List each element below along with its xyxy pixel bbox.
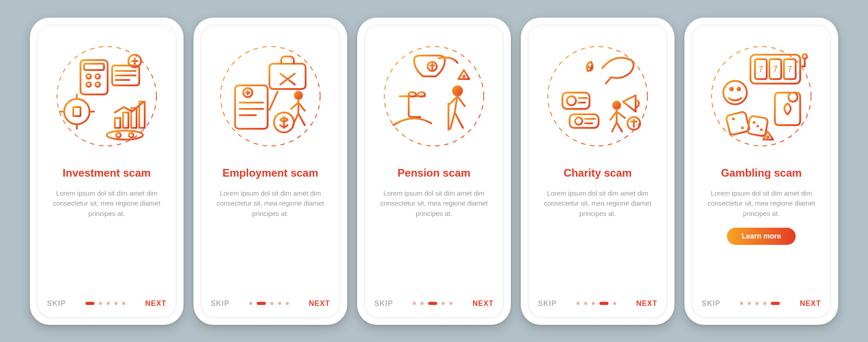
phone-charity: Charity scam Lorem ipsum dol sit dim ame… bbox=[521, 18, 675, 325]
svg-point-16 bbox=[116, 133, 121, 137]
next-button[interactable]: NEXT bbox=[309, 300, 330, 308]
dot bbox=[592, 302, 595, 305]
svg-point-52 bbox=[732, 117, 735, 120]
screen-description: Lorem ipsum dol sit dim amet dim consect… bbox=[374, 188, 494, 219]
svg-point-32 bbox=[567, 96, 576, 105]
svg-text:7: 7 bbox=[773, 65, 778, 74]
screen-description: Lorem ipsum dol sit dim amet dim consect… bbox=[702, 188, 821, 219]
skip-button[interactable]: SKIP bbox=[538, 300, 557, 308]
learn-more-button[interactable]: Learn more bbox=[727, 228, 795, 245]
dot bbox=[99, 302, 102, 305]
svg-point-28 bbox=[418, 92, 425, 97]
svg-point-56 bbox=[760, 128, 763, 131]
nav-row: SKIP NEXT bbox=[47, 300, 166, 308]
page-indicator bbox=[413, 302, 453, 305]
svg-rect-19 bbox=[269, 64, 306, 89]
page-indicator bbox=[249, 302, 289, 305]
screen-title: Charity scam bbox=[564, 167, 632, 179]
screen-description: Lorem ipsum dol sit dim amet dim consect… bbox=[211, 188, 330, 219]
next-button[interactable]: NEXT bbox=[472, 300, 494, 308]
dot bbox=[278, 302, 281, 305]
dot bbox=[413, 302, 416, 305]
dot bbox=[442, 302, 445, 305]
dot bbox=[122, 302, 125, 305]
dot bbox=[748, 302, 751, 305]
employment-scam-icon bbox=[216, 42, 325, 150]
svg-point-48 bbox=[736, 87, 741, 91]
svg-text:7: 7 bbox=[788, 65, 792, 74]
pension-scam-icon bbox=[380, 42, 488, 150]
screen-title: Investment scam bbox=[63, 167, 151, 179]
screen-description: Lorem ipsum dol sit dim amet dim consect… bbox=[538, 188, 657, 219]
screen-title: Gambling scam bbox=[721, 167, 802, 179]
svg-point-17 bbox=[129, 133, 133, 137]
gambling-scam-icon: 7 7 7 bbox=[707, 42, 816, 150]
screen-description: Lorem ipsum dol sit dim amet dim consect… bbox=[47, 188, 166, 219]
skip-button[interactable]: SKIP bbox=[47, 300, 66, 308]
svg-point-6 bbox=[95, 82, 100, 87]
next-button[interactable]: NEXT bbox=[800, 300, 821, 308]
nav-row: SKIP NEXT bbox=[538, 300, 657, 308]
next-button[interactable]: NEXT bbox=[636, 300, 657, 308]
skip-button[interactable]: SKIP bbox=[211, 300, 229, 308]
phone-screen: Investment scam Lorem ipsum dol sit dim … bbox=[37, 25, 176, 318]
screen-title: Pension scam bbox=[397, 167, 470, 179]
svg-rect-51 bbox=[726, 111, 750, 135]
dot bbox=[740, 302, 743, 305]
phone-pension: Pension scam Lorem ipsum dol sit dim ame… bbox=[357, 18, 511, 325]
next-button[interactable]: NEXT bbox=[145, 300, 166, 308]
svg-point-35 bbox=[612, 101, 621, 110]
svg-point-45 bbox=[802, 54, 807, 59]
svg-rect-11 bbox=[115, 118, 120, 128]
dot bbox=[114, 302, 118, 305]
nav-row: SKIP NEXT bbox=[374, 300, 494, 308]
dot bbox=[420, 302, 424, 305]
svg-point-4 bbox=[95, 74, 100, 79]
dot bbox=[249, 302, 252, 305]
svg-point-15 bbox=[107, 131, 143, 140]
svg-point-29 bbox=[452, 85, 463, 96]
phone-screen: 7 7 7 bbox=[692, 25, 831, 318]
screen-title: Employment scam bbox=[222, 167, 318, 179]
svg-rect-10 bbox=[73, 107, 80, 116]
dot-active bbox=[85, 302, 94, 305]
svg-point-22 bbox=[294, 91, 303, 100]
phone-employment: Employment scam Lorem ipsum dol sit dim … bbox=[193, 18, 347, 325]
phone-screen: Employment scam Lorem ipsum dol sit dim … bbox=[201, 25, 340, 318]
svg-point-3 bbox=[86, 74, 91, 79]
phone-screen: Charity scam Lorem ipsum dol sit dim ame… bbox=[528, 25, 667, 318]
svg-point-57 bbox=[756, 125, 759, 127]
svg-point-58 bbox=[767, 136, 769, 137]
svg-point-53 bbox=[741, 126, 744, 129]
svg-point-5 bbox=[86, 82, 91, 87]
svg-rect-49 bbox=[775, 93, 800, 125]
dot bbox=[107, 302, 110, 305]
dot-active bbox=[428, 302, 437, 305]
svg-point-27 bbox=[409, 92, 416, 97]
dot bbox=[449, 302, 453, 305]
skip-button[interactable]: SKIP bbox=[702, 300, 720, 308]
dot-active bbox=[257, 302, 266, 305]
svg-point-26 bbox=[463, 75, 465, 77]
page-indicator bbox=[576, 302, 616, 305]
skip-button[interactable]: SKIP bbox=[374, 300, 393, 308]
phone-screen: Pension scam Lorem ipsum dol sit dim ame… bbox=[364, 25, 504, 318]
dot bbox=[584, 302, 587, 305]
svg-point-9 bbox=[64, 99, 90, 124]
svg-point-55 bbox=[753, 121, 755, 124]
dot bbox=[270, 302, 274, 305]
dot bbox=[576, 302, 580, 305]
dot bbox=[763, 302, 766, 305]
page-indicator bbox=[740, 302, 780, 305]
svg-rect-12 bbox=[123, 112, 128, 128]
svg-point-34 bbox=[575, 117, 582, 125]
dot-active bbox=[599, 302, 609, 305]
nav-row: SKIP NEXT bbox=[211, 300, 330, 308]
dot bbox=[755, 302, 759, 305]
phone-gambling: 7 7 7 bbox=[684, 18, 838, 325]
onboarding-phones-row: Investment scam Lorem ipsum dol sit dim … bbox=[30, 18, 838, 325]
svg-point-47 bbox=[729, 87, 734, 91]
charity-scam-icon bbox=[543, 42, 652, 150]
investment-scam-icon bbox=[52, 42, 161, 150]
dot bbox=[286, 302, 289, 305]
